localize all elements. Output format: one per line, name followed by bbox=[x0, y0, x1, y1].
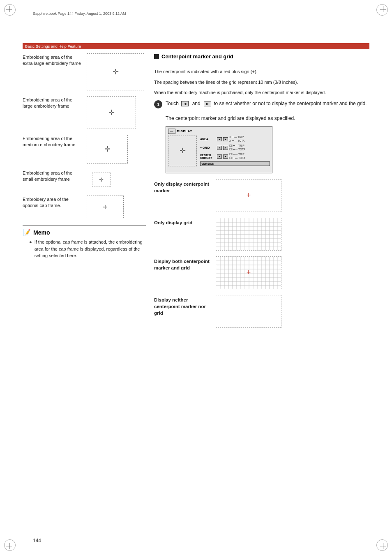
frame-item-small: Embroidering area of the small embroider… bbox=[23, 169, 146, 190]
frame-box-wrapper-large: ✛ bbox=[87, 96, 146, 129]
step-1-left-button[interactable]: ◄ bbox=[181, 101, 189, 106]
centerpoint-plus-2: + bbox=[247, 268, 251, 277]
frame-label-extra-large: Embroidering area of the extra-large emb… bbox=[23, 53, 83, 67]
display-left-area: ✛ bbox=[168, 136, 197, 166]
option-neither-label: Display neither centerpoint marker nor g… bbox=[154, 295, 212, 316]
display-body: ✛ AREA ◄ ► X ⊢— TRIPX ⊢— TOTA + GRID ◄ ► bbox=[168, 136, 270, 166]
option-centerpoint-only: Only display centerpoint marker + bbox=[154, 179, 369, 212]
display-right-area: AREA ◄ ► X ⊢— TRIPX ⊢— TOTA + GRID ◄ ► ☐… bbox=[200, 136, 270, 166]
memo-bullet-item-0: ● If the optional cap frame is attached,… bbox=[29, 239, 146, 259]
frame-box-wrapper-cap: ✛ bbox=[87, 196, 146, 218]
frame-box-wrapper-medium: ✛ bbox=[87, 135, 146, 164]
option-neither-box bbox=[216, 295, 281, 328]
corner-mark-br bbox=[371, 534, 388, 551]
option-centerpoint-only-label: Only display centerpoint marker bbox=[154, 179, 212, 194]
centerpoint-plus-0: + bbox=[247, 191, 251, 200]
display-row-area: AREA ◄ ► X ⊢— TRIPX ⊢— TOTA bbox=[200, 136, 270, 143]
option-both: Display both centerpoint marker and grid bbox=[154, 256, 369, 289]
step-1-text: Touch ◄ and ► to select whether or not t… bbox=[166, 100, 369, 122]
step-1-number: 1 bbox=[157, 102, 159, 107]
frame-item-large: Embroidering area of the large embroider… bbox=[23, 96, 146, 129]
frame-box-wrapper-extra-large: ✛ bbox=[87, 53, 146, 90]
option-neither: Display neither centerpoint marker nor g… bbox=[154, 295, 369, 328]
display-btn-cursor-left[interactable]: ◄ bbox=[217, 154, 222, 159]
frame-box-cap: ✛ bbox=[87, 196, 124, 218]
option-grid-only-label: Only display grid bbox=[154, 218, 212, 226]
cross-plus-extra-large: ✛ bbox=[113, 68, 119, 76]
memo-text: ● If the optional cap frame is attached,… bbox=[23, 239, 146, 259]
file-info: Sapphire.book Page 144 Friday, August 1,… bbox=[33, 12, 126, 16]
cross-mark-tr bbox=[380, 6, 386, 12]
grid-svg-1 bbox=[216, 218, 281, 250]
frame-box-wrapper-small: ✛ bbox=[87, 169, 146, 190]
display-row-grid-label: + GRID bbox=[200, 146, 216, 149]
memo-icon: 📝 bbox=[23, 228, 31, 236]
display-btn-area-left[interactable]: ◄ bbox=[217, 137, 222, 141]
frame-box-extra-large: ✛ bbox=[87, 53, 144, 90]
cross-plus-cap: ✛ bbox=[103, 204, 108, 210]
display-panel: — DISPLAY ✛ AREA ◄ ► X ⊢— TRIPX ⊢— TOTA … bbox=[166, 126, 272, 173]
right-divider bbox=[154, 63, 369, 63]
memo-item-0: If the optional cap frame is attached, t… bbox=[35, 239, 146, 259]
memo-title-text: Memo bbox=[33, 229, 50, 236]
corner-mark-bl bbox=[4, 534, 21, 551]
option-both-label: Display both centerpoint marker and grid bbox=[154, 256, 212, 271]
display-row-area-label: AREA bbox=[200, 138, 216, 140]
step-1-right-button[interactable]: ► bbox=[204, 101, 211, 106]
cross-plus-large: ✛ bbox=[108, 109, 115, 116]
display-label: DISPLAY bbox=[177, 129, 192, 133]
corner-mark-tr bbox=[371, 4, 388, 21]
cross-mark-br bbox=[380, 543, 386, 549]
inner-frame-small: ✛ bbox=[92, 173, 111, 187]
right-heading: Centerpoint marker and grid bbox=[154, 53, 369, 60]
option-both-box: + bbox=[216, 256, 281, 289]
para-2: When the embroidery machine is purchased… bbox=[154, 89, 369, 97]
black-square-icon bbox=[154, 54, 159, 59]
left-column: Embroidering area of the extra-large emb… bbox=[23, 49, 150, 530]
display-side-grid-labels: ☐ ⊢— TRIP☐ ⊢— TOTA bbox=[229, 144, 245, 151]
frame-label-cap: Embroidery area of the optional cap fram… bbox=[23, 196, 83, 209]
cross-mark-bl bbox=[6, 543, 12, 549]
display-btn-cursor-right[interactable]: ► bbox=[223, 154, 228, 159]
display-side-cursor-labels: ☐ ⊢— TRIP☐ ⊢— TOTA bbox=[229, 153, 245, 160]
step-1-subtext: The centerpoint marker and grid are disp… bbox=[166, 115, 295, 121]
display-tab: — bbox=[168, 129, 175, 134]
bullet-icon-0: ● bbox=[29, 239, 32, 259]
frame-item-cap: Embroidery area of the optional cap fram… bbox=[23, 196, 146, 218]
right-heading-text: Centerpoint marker and grid bbox=[161, 53, 233, 60]
option-centerpoint-only-box: + bbox=[216, 179, 281, 212]
frame-item-extra-large: Embroidering area of the extra-large emb… bbox=[23, 53, 146, 90]
content-area: Embroidering area of the extra-large emb… bbox=[23, 49, 369, 530]
memo-title: 📝 Memo bbox=[23, 228, 146, 236]
cross-plus-medium: ✛ bbox=[104, 145, 111, 153]
frame-label-medium: Embroidering area of the medium embroide… bbox=[23, 135, 83, 148]
frame-item-medium: Embroidering area of the medium embroide… bbox=[23, 135, 146, 164]
display-btn-area-right[interactable]: ► bbox=[223, 137, 228, 141]
para-1: The spacing between the lines of the gri… bbox=[154, 79, 369, 86]
display-row-cursor: CENTERCURSOR ◄ ► ☐ ⊢— TRIP☐ ⊢— TOTA bbox=[200, 153, 270, 160]
frame-box-large: ✛ bbox=[87, 96, 136, 129]
option-grid-only-box bbox=[216, 218, 281, 251]
display-btn-grid-left[interactable]: ◄ bbox=[217, 146, 222, 150]
step-1-touch: Touch bbox=[166, 101, 179, 106]
frame-label-large: Embroidering area of the large embroider… bbox=[23, 96, 83, 110]
step-1-end: to select whether or not to display the … bbox=[214, 101, 367, 106]
corner-mark-tl bbox=[4, 4, 21, 21]
step-1-row: 1 Touch ◄ and ► to select whether or not… bbox=[154, 100, 369, 122]
display-top-bar: — DISPLAY bbox=[168, 129, 270, 134]
frame-box-medium: ✛ bbox=[87, 135, 128, 164]
display-btn-grid-right[interactable]: ► bbox=[223, 146, 228, 150]
right-column: Centerpoint marker and grid The centerpo… bbox=[150, 49, 369, 530]
version-label: VERSION bbox=[200, 161, 270, 166]
cross-mark-tl bbox=[6, 6, 12, 12]
page-number: 144 bbox=[33, 538, 41, 543]
memo-section: 📝 Memo ● If the optional cap frame is at… bbox=[23, 226, 146, 259]
display-side-area-labels: X ⊢— TRIPX ⊢— TOTA bbox=[229, 136, 244, 143]
frame-box-small: ✛ bbox=[87, 169, 115, 190]
display-row-grid: + GRID ◄ ► ☐ ⊢— TRIP☐ ⊢— TOTA bbox=[200, 144, 270, 151]
option-grid-only: Only display grid bbox=[154, 218, 369, 251]
step-1-circle: 1 bbox=[154, 100, 162, 108]
page-wrapper: Sapphire.book Page 144 Friday, August 1,… bbox=[0, 0, 392, 555]
display-row-cursor-label: CENTERCURSOR bbox=[200, 154, 216, 159]
frame-label-small: Embroidering area of the small embroider… bbox=[23, 169, 83, 183]
